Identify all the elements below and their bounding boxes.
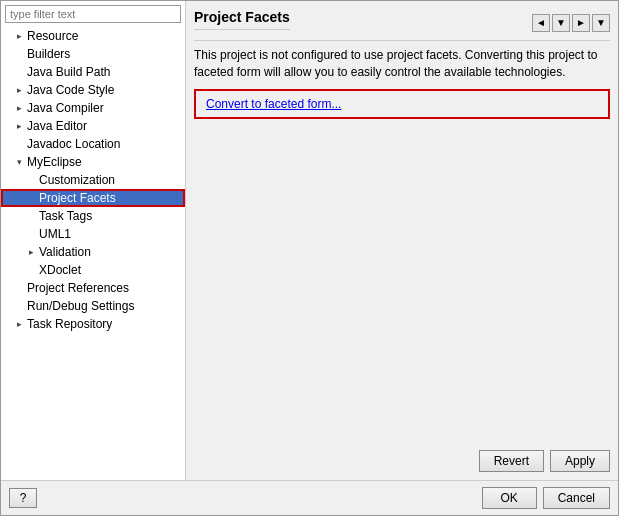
tree-arrow-task-repository (17, 319, 27, 329)
tree-label-project-facets: Project Facets (39, 191, 116, 205)
tree-label-javadoc-location: Javadoc Location (27, 137, 120, 151)
right-panel: Project Facets ◄ ▼ ► ▼ T (186, 1, 618, 480)
forward-nav-button[interactable]: ► (572, 14, 590, 32)
tree-item-javadoc-location[interactable]: Javadoc Location (1, 135, 185, 153)
tree-label-run-debug-settings: Run/Debug Settings (27, 299, 134, 313)
tree-item-uml1[interactable]: UML1 (1, 225, 185, 243)
tree-arrow-java-code-style (17, 85, 27, 95)
tree-item-builders[interactable]: Builders (1, 45, 185, 63)
tree-item-java-editor[interactable]: Java Editor (1, 117, 185, 135)
tree-item-resource[interactable]: Resource (1, 27, 185, 45)
back-nav-button[interactable]: ◄ (532, 14, 550, 32)
tree-item-task-tags[interactable]: Task Tags (1, 207, 185, 225)
tree-label-task-tags: Task Tags (39, 209, 92, 223)
tree: ResourceBuildersJava Build PathJava Code… (1, 27, 185, 480)
tree-item-java-compiler[interactable]: Java Compiler (1, 99, 185, 117)
tree-item-project-facets[interactable]: Project Facets (1, 189, 185, 207)
tree-label-resource: Resource (27, 29, 78, 43)
nav-dropdown-icon: ▼ (556, 17, 566, 28)
bottom-bar: ? OK Cancel (1, 480, 618, 515)
tree-item-run-debug-settings[interactable]: Run/Debug Settings (1, 297, 185, 315)
convert-box: Convert to faceted form... (194, 89, 610, 119)
help-button[interactable]: ? (9, 488, 37, 508)
tree-label-myeclipse: MyEclipse (27, 155, 82, 169)
dialog: ResourceBuildersJava Build PathJava Code… (0, 0, 619, 516)
tree-arrow-java-editor (17, 121, 27, 131)
tree-arrow-myeclipse (17, 157, 27, 167)
apply-button[interactable]: Apply (550, 450, 610, 472)
help-icon: ? (20, 491, 27, 505)
tree-label-validation: Validation (39, 245, 91, 259)
tree-item-customization[interactable]: Customization (1, 171, 185, 189)
tree-item-myeclipse[interactable]: MyEclipse (1, 153, 185, 171)
tree-item-project-references[interactable]: Project References (1, 279, 185, 297)
tree-label-java-editor: Java Editor (27, 119, 87, 133)
tree-arrow-validation (29, 247, 39, 257)
nav-dropdown-button2[interactable]: ▼ (592, 14, 610, 32)
revert-button[interactable]: Revert (479, 450, 544, 472)
tree-item-validation[interactable]: Validation (1, 243, 185, 261)
tree-label-java-build-path: Java Build Path (27, 65, 110, 79)
left-panel: ResourceBuildersJava Build PathJava Code… (1, 1, 186, 480)
tree-arrow-resource (17, 31, 27, 41)
back-icon: ◄ (536, 17, 546, 28)
tree-item-java-build-path[interactable]: Java Build Path (1, 63, 185, 81)
tree-label-customization: Customization (39, 173, 115, 187)
nav-dropdown-icon2: ▼ (596, 17, 606, 28)
tree-label-java-compiler: Java Compiler (27, 101, 104, 115)
tree-arrow-java-compiler (17, 103, 27, 113)
panel-title: Project Facets (194, 9, 290, 30)
tree-label-java-code-style: Java Code Style (27, 83, 114, 97)
tree-item-java-code-style[interactable]: Java Code Style (1, 81, 185, 99)
tree-item-task-repository[interactable]: Task Repository (1, 315, 185, 333)
ok-button[interactable]: OK (482, 487, 537, 509)
tree-label-task-repository: Task Repository (27, 317, 112, 331)
panel-description: This project is not configured to use pr… (194, 47, 610, 81)
cancel-button[interactable]: Cancel (543, 487, 610, 509)
filter-input[interactable] (5, 5, 181, 23)
right-content: This project is not configured to use pr… (194, 47, 610, 472)
tree-label-uml1: UML1 (39, 227, 71, 241)
tree-label-xdoclet: XDoclet (39, 263, 81, 277)
nav-dropdown-button[interactable]: ▼ (552, 14, 570, 32)
tree-label-builders: Builders (27, 47, 70, 61)
tree-item-xdoclet[interactable]: XDoclet (1, 261, 185, 279)
convert-link[interactable]: Convert to faceted form... (206, 97, 341, 111)
forward-icon: ► (576, 17, 586, 28)
tree-label-project-references: Project References (27, 281, 129, 295)
